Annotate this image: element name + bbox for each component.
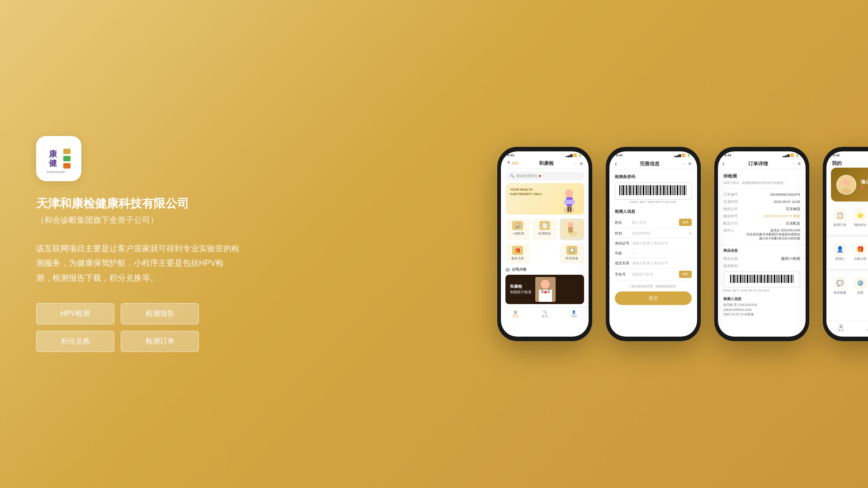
search-text: 搜索检测报告 bbox=[516, 174, 538, 178]
menu-icon-orders[interactable]: 📋 检测订单 bbox=[830, 205, 850, 231]
svg-rect-89 bbox=[769, 275, 770, 283]
menu-spacer bbox=[533, 243, 557, 263]
menu-one-click[interactable]: 🔬 一键检测 bbox=[505, 218, 530, 240]
nav-home[interactable]: 🏠 首页 bbox=[501, 309, 530, 320]
menu-icon-points[interactable]: ⭐ 我的积分 bbox=[850, 205, 868, 231]
phone-profile: 9:41 ▂▄▆ 📶 🔋 我的 ··· ⊕ bbox=[823, 147, 868, 341]
phone2-back-btn[interactable]: ‹ bbox=[615, 160, 617, 167]
svg-rect-68 bbox=[733, 275, 735, 283]
phone1-search-bar[interactable]: 🔍 搜索检测报告 bbox=[505, 172, 584, 180]
order-status-tag: 待检测 bbox=[723, 173, 800, 179]
watermark-circle-2 bbox=[23, 380, 104, 461]
service-icon: 💬 bbox=[566, 246, 577, 255]
field-input-id[interactable]: 请输入检测人身份证号 bbox=[632, 241, 692, 246]
goods-barcode-row: 检测条码 bbox=[723, 263, 800, 270]
more-icon[interactable]: ··· bbox=[573, 161, 577, 166]
wifi-icon2: 📶 bbox=[682, 154, 686, 157]
svg-rect-30 bbox=[628, 185, 628, 195]
phone4-bottom-nav: 🏠 首页 💰 积分 👤 我的 bbox=[826, 321, 868, 337]
phone3-status-bar: 9:41 ▂▄▆ 📶 🔋 bbox=[718, 151, 806, 158]
svg-point-18 bbox=[541, 280, 550, 289]
more-icon3[interactable]: ··· bbox=[792, 161, 795, 166]
menu-icon-support[interactable]: 💬 联系客服 bbox=[830, 273, 850, 299]
field-input-relation[interactable]: 请输入检测人身份证号 bbox=[632, 261, 692, 266]
menu-icon-settings[interactable]: ⚙️ 设置 bbox=[850, 273, 868, 299]
tag-report[interactable]: 检测报告 bbox=[121, 303, 199, 324]
phone2-submit-area: ○ 我已阅读并同意《检测免责协议》 提交 bbox=[609, 281, 697, 309]
phone3-test-info: 检测人信息 赵无极 男 13312341234 1303219990111234… bbox=[718, 295, 806, 319]
phone1-banner: YOUR HEALTH OUR PRIORITY ONLY bbox=[505, 183, 584, 215]
menu-exchange[interactable]: 🎁 服务兑换 bbox=[505, 243, 530, 263]
tag-points[interactable]: 积分兑换 bbox=[36, 331, 114, 352]
scan-icon[interactable]: ⊕ bbox=[580, 161, 583, 166]
settings-icon3[interactable]: ⊕ bbox=[797, 161, 801, 166]
phones-container: 9:41 ▂▄▆ 📶 🔋 📍 朝阳 和康检 ··· ⊕ bbox=[289, 41, 868, 447]
menu-icon-exchange-record[interactable]: 🎁 兑换记录 bbox=[850, 239, 868, 265]
form-section-title: 检测人信息 bbox=[615, 209, 692, 215]
field-input-gender[interactable]: 请选择性别 bbox=[632, 231, 686, 236]
signal-icon2: ▂▄▆ bbox=[674, 154, 681, 157]
val-time: 2022.09.07 12:00 bbox=[744, 200, 800, 204]
more-icon2[interactable]: ··· bbox=[682, 161, 686, 166]
chevron-down-icon: ∨ bbox=[689, 231, 692, 235]
menu-report[interactable]: 📄 检测报告 bbox=[533, 218, 557, 240]
select-button[interactable]: 选择 bbox=[679, 219, 692, 226]
doctor-illustration bbox=[535, 277, 556, 302]
checkbox-icon[interactable]: ○ bbox=[628, 285, 630, 288]
svg-rect-32 bbox=[632, 185, 632, 195]
svg-rect-80 bbox=[754, 275, 755, 283]
svg-rect-31 bbox=[629, 185, 631, 195]
field-input-age[interactable]: — bbox=[632, 251, 692, 255]
svg-rect-4 bbox=[63, 156, 71, 161]
svg-rect-46 bbox=[655, 185, 656, 195]
company-card-img bbox=[535, 277, 556, 302]
exchange-icon: 🎁 bbox=[512, 246, 523, 255]
nav-discover[interactable]: 🔍 发现 bbox=[530, 309, 560, 320]
svg-rect-102 bbox=[791, 275, 792, 283]
menu-service[interactable]: 💬 联系客服 bbox=[560, 243, 584, 263]
p4-nav-home[interactable]: 🏠 首页 bbox=[826, 323, 856, 334]
tag-hpv[interactable]: HPV检测 bbox=[36, 303, 114, 324]
form-row-name: 姓名 输入名名 选择 bbox=[615, 216, 692, 229]
profile-menu-row3: 💬 联系客服 ⚙️ 设置 bbox=[826, 273, 868, 299]
svg-text:康: 康 bbox=[48, 149, 57, 159]
one-click-icon: 🔬 bbox=[512, 221, 523, 230]
svg-rect-85 bbox=[763, 275, 763, 283]
field-input-phone[interactable]: 请获取手机号 bbox=[632, 272, 676, 277]
svg-rect-20 bbox=[541, 290, 543, 293]
order-details-table: 订单编号 2023090812302374 生成时间 2022.09.07 12… bbox=[718, 188, 806, 245]
phone4-title: 我的 bbox=[832, 160, 842, 167]
svg-rect-57 bbox=[674, 185, 675, 195]
nav-profile[interactable]: 👤 我的 bbox=[559, 309, 589, 320]
svg-point-16 bbox=[568, 222, 573, 227]
svg-rect-77 bbox=[749, 275, 750, 283]
key-order-num: 订单编号 bbox=[723, 192, 744, 197]
heart-icon: ♥ bbox=[861, 185, 868, 190]
svg-rect-87 bbox=[766, 275, 766, 283]
menu-icon-tester[interactable]: 👤 检测人 bbox=[830, 239, 850, 265]
svg-rect-35 bbox=[636, 185, 637, 195]
svg-rect-34 bbox=[635, 185, 635, 195]
tag-orders[interactable]: 检测订单 bbox=[121, 331, 199, 352]
val-tracking[interactable]: JD7376267273773 复制 bbox=[744, 214, 800, 219]
settings-icon2[interactable]: ⊕ bbox=[688, 161, 692, 166]
field-input-name[interactable]: 输入名名 bbox=[632, 220, 676, 225]
svg-rect-42 bbox=[648, 185, 649, 195]
p4-nav-points[interactable]: 💰 积分 bbox=[856, 323, 868, 334]
val-order-num: 2023090812302374 bbox=[744, 192, 800, 197]
svg-rect-79 bbox=[752, 275, 753, 283]
phone3-time: 9:41 bbox=[724, 153, 731, 157]
banner-figure bbox=[557, 183, 582, 215]
barcode-image bbox=[615, 183, 692, 200]
svg-rect-93 bbox=[776, 275, 777, 283]
phone4-header: 我的 ··· ⊕ bbox=[826, 158, 868, 168]
get-phone-button[interactable]: 获取 bbox=[679, 271, 692, 278]
phone3-back-btn[interactable]: ‹ bbox=[722, 160, 725, 167]
svg-rect-33 bbox=[633, 185, 634, 195]
svg-rect-76 bbox=[747, 275, 748, 283]
svg-rect-98 bbox=[784, 275, 785, 283]
svg-rect-63 bbox=[684, 185, 685, 195]
svg-rect-94 bbox=[778, 275, 778, 283]
submit-button[interactable]: 提交 bbox=[615, 291, 692, 305]
svg-rect-70 bbox=[737, 275, 738, 283]
